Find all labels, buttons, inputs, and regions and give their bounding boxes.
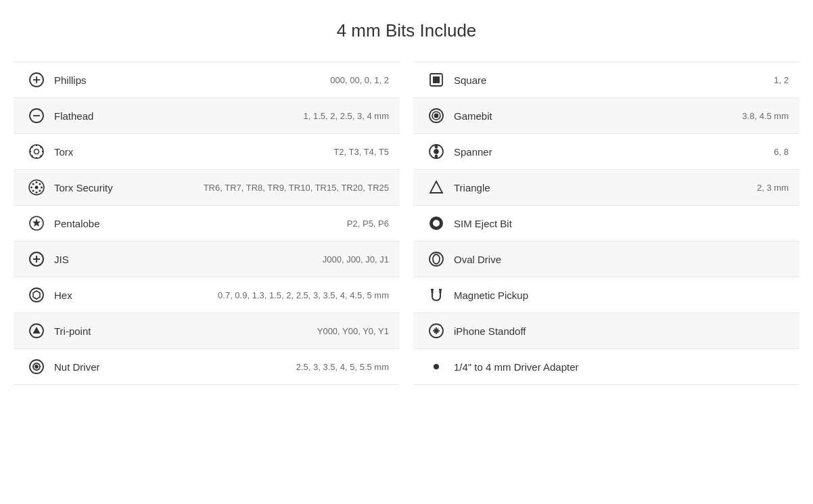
item-name-jis: JIS [49,254,323,265]
triangle-icon [424,179,448,196]
item-values-torx-security: TR6, TR7, TR8, TR9, TR10, TR15, TR20, TR… [204,183,389,193]
item-name-gamebit: Gamebit [448,110,742,122]
list-item: JISJ000, J00, J0, J1 [14,242,400,277]
minus-circle [24,108,49,124]
item-name-iphone-standoff: iPhone Standoff [448,325,789,337]
gear-dot-circle [24,179,49,196]
svg-point-14 [39,189,41,191]
right-column: Square1, 2 Gamebit3.8, 4.5 mm Spanner6, … [413,62,799,385]
item-values-tri-point: Y000, Y00, Y0, Y1 [317,326,389,336]
list-item: Flathead1, 1.5, 2, 2.5, 3, 4 mm [14,98,400,134]
svg-point-49 [434,364,439,369]
item-values-torx: T2, T3, T4, T5 [333,147,389,157]
list-item: Hex0.7, 0.9, 1.3, 1.5, 2, 2.5, 3, 3.5, 4… [14,277,400,313]
spanner-icon [424,143,448,160]
list-item: Phillips000, 00, 0, 1, 2 [14,62,400,98]
item-values-hex: 0.7, 0.9, 1.3, 1.5, 2, 2.5, 3, 3.5, 4, 4… [218,290,389,300]
item-values-nut-driver: 2.5, 3, 3.5, 4, 5, 5.5 mm [296,362,389,372]
list-item: PentalobeP2, P5, P6 [14,206,400,242]
hex-circle [24,287,49,303]
svg-point-16 [32,189,34,191]
svg-point-35 [436,156,438,158]
item-name-torx: Torx [49,146,333,158]
svg-point-39 [433,254,440,264]
list-item: TorxT2, T3, T4, T5 [14,134,400,170]
item-values-square: 1, 2 [774,75,789,85]
item-name-torx-security: Torx Security [49,182,204,193]
list-item: Torx SecurityTR6, TR7, TR8, TR9, TR10, T… [14,170,400,206]
svg-point-8 [35,186,39,189]
item-name-sim-eject: SIM Eject Bit [448,218,789,229]
svg-point-13 [32,183,34,185]
list-item: Triangle2, 3 mm [413,170,799,206]
item-name-magnetic-pickup: Magnetic Pickup [448,290,789,301]
svg-point-10 [36,191,38,193]
left-column: Phillips000, 00, 0, 1, 2 Flathead1, 1.5,… [14,62,400,385]
svg-point-11 [30,187,32,189]
svg-point-15 [39,183,41,185]
item-name-nut-driver: Nut Driver [49,361,296,373]
svg-point-34 [436,146,438,148]
item-name-spanner: Spanner [448,146,774,158]
item-name-phillips: Phillips [49,74,330,86]
sim-icon [424,215,448,231]
list-item: Nut Driver2.5, 3, 3.5, 4, 5, 5.5 mm [14,349,400,385]
gamebit-icon [424,108,448,124]
list-item: Gamebit3.8, 4.5 mm [413,98,799,134]
svg-point-6 [34,150,39,154]
item-name-hex: Hex [49,290,218,301]
oval-icon [424,251,448,267]
svg-rect-28 [433,76,440,83]
gear-circle [24,143,49,160]
plus-circle [24,72,49,88]
svg-point-31 [435,114,438,118]
svg-point-37 [433,220,440,227]
item-values-jis: J000, J00, J0, J1 [323,254,389,265]
item-name-flathead: Flathead [49,110,304,122]
square-icon [424,72,448,88]
tri-circle [24,323,49,339]
list-item: iPhone Standoff [413,313,799,349]
magnet-icon [424,287,448,303]
item-values-phillips: 000, 00, 0, 1, 2 [330,75,389,85]
item-name-adapter: 1/4" to 4 mm Driver Adapter [448,361,789,373]
page-title: 4 mm Bits Include [14,20,799,41]
item-values-spanner: 6, 8 [774,147,789,157]
list-item: Magnetic Pickup [413,277,799,313]
item-name-square: Square [448,74,774,86]
list-item: Square1, 2 [413,62,799,98]
page: 4 mm Bits Include Phillips000, 00, 0, 1,… [0,0,813,398]
dot-icon [424,359,448,375]
svg-marker-22 [33,291,40,299]
star-circle [24,215,49,231]
list-item: Tri-pointY000, Y00, Y0, Y1 [14,313,400,349]
standoff-icon [424,323,448,339]
item-name-pentalobe: Pentalobe [49,218,347,229]
item-name-oval-drive: Oval Drive [448,254,789,265]
list-item: 1/4" to 4 mm Driver Adapter [413,349,799,385]
item-values-flathead: 1, 1.5, 2, 2.5, 3, 4 mm [304,111,389,121]
list-item: Spanner6, 8 [413,134,799,170]
svg-point-33 [434,150,438,154]
item-name-tri-point: Tri-point [49,325,317,337]
item-values-gamebit: 3.8, 4.5 mm [742,111,789,121]
list-item: Oval Drive [413,242,799,277]
item-values-pentalobe: P2, P5, P6 [347,219,389,229]
svg-point-9 [36,181,38,183]
item-values-triangle: 2, 3 mm [757,183,789,193]
item-name-triangle: Triangle [448,182,757,193]
bits-grid: Phillips000, 00, 0, 1, 2 Flathead1, 1.5,… [14,62,799,385]
list-item: SIM Eject Bit [413,206,799,242]
ring-circle [24,359,49,375]
svg-point-21 [30,288,43,302]
svg-point-12 [41,187,43,189]
plus-circle-bold [24,251,49,267]
svg-point-26 [35,365,38,368]
